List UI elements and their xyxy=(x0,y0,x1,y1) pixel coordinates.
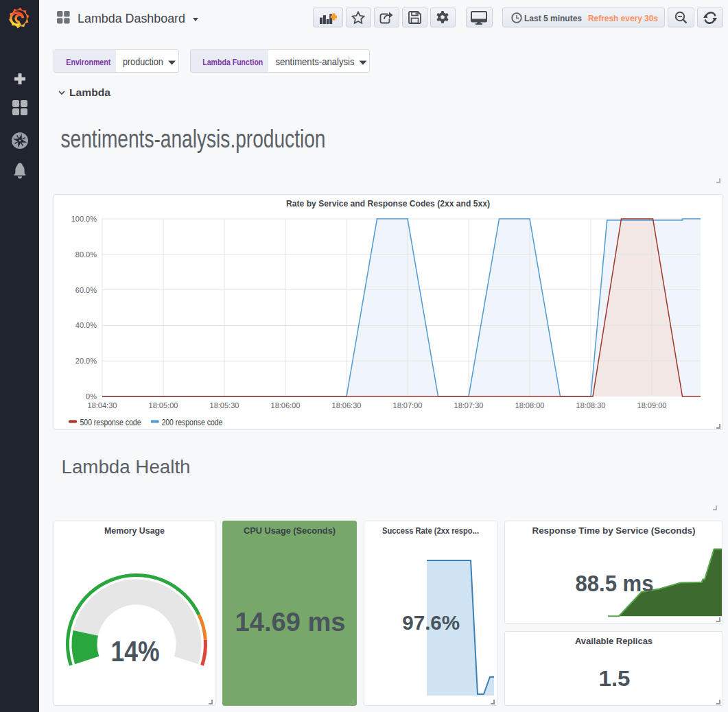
svg-text:1.5: 1.5 xyxy=(599,667,631,691)
svg-text:18:06:30: 18:06:30 xyxy=(332,401,362,410)
svg-text:100.0%: 100.0% xyxy=(71,215,97,223)
svg-text:14%: 14% xyxy=(111,635,160,667)
svg-text:Environment: Environment xyxy=(66,58,111,67)
svg-text:20.0%: 20.0% xyxy=(75,357,97,365)
svg-text:Last 5 minutes: Last 5 minutes xyxy=(524,12,582,23)
svg-text:500 response code: 500 response code xyxy=(80,418,141,427)
svg-text:sentiments-analysis: sentiments-analysis xyxy=(276,56,355,67)
svg-text:18:05:00: 18:05:00 xyxy=(149,401,178,410)
svg-text:Refresh every 30s: Refresh every 30s xyxy=(588,12,658,23)
svg-text:80.0%: 80.0% xyxy=(75,250,97,259)
svg-text:Lambda Function: Lambda Function xyxy=(202,58,263,67)
svg-text:Lambda: Lambda xyxy=(69,87,110,98)
svg-text:Lambda Health: Lambda Health xyxy=(62,457,191,477)
svg-text:production: production xyxy=(123,56,163,67)
svg-text:18:07:00: 18:07:00 xyxy=(393,401,423,410)
svg-text:sentiments-analysis.production: sentiments-analysis.production xyxy=(61,125,326,153)
svg-text:200 response code: 200 response code xyxy=(161,418,222,427)
svg-text:60.0%: 60.0% xyxy=(75,286,97,294)
svg-text:18:09:00: 18:09:00 xyxy=(637,401,667,410)
svg-text:18:07:30: 18:07:30 xyxy=(454,401,484,410)
svg-text:18:08:30: 18:08:30 xyxy=(576,401,606,410)
svg-text:18:05:30: 18:05:30 xyxy=(210,401,239,410)
svg-text:18:08:00: 18:08:00 xyxy=(515,401,545,410)
svg-text:18:06:00: 18:06:00 xyxy=(271,401,301,410)
svg-text:Lambda Dashboard: Lambda Dashboard xyxy=(78,12,185,25)
svg-text:97.6%: 97.6% xyxy=(402,611,460,634)
svg-text:40.0%: 40.0% xyxy=(75,321,97,329)
svg-text:0%: 0% xyxy=(86,392,97,401)
svg-text:88.5 ms: 88.5 ms xyxy=(576,571,654,596)
svg-text:18:04:30: 18:04:30 xyxy=(88,401,117,410)
svg-text:14.69 ms: 14.69 ms xyxy=(235,608,346,637)
